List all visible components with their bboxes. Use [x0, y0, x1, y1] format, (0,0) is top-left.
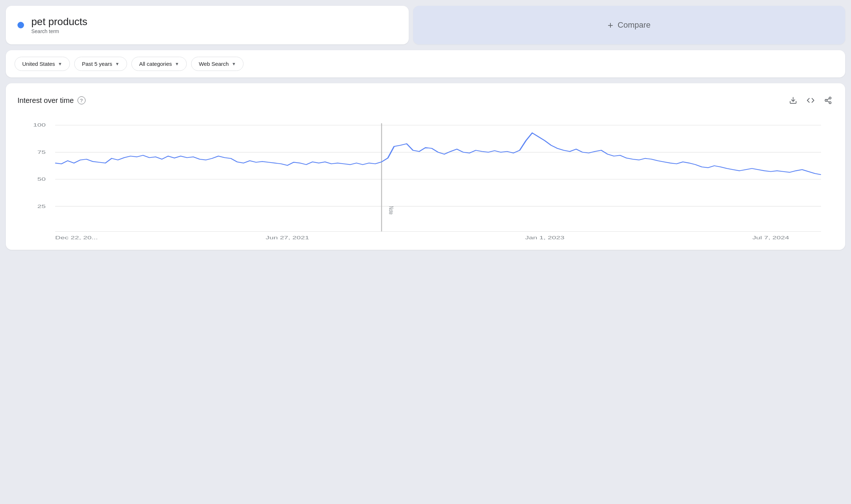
- region-filter-label: United States: [22, 61, 55, 67]
- share-icon: [824, 96, 832, 104]
- chart-title-group: Interest over time ?: [17, 96, 86, 105]
- search-term-type: Search term: [31, 28, 87, 34]
- search-term-dot: [17, 22, 24, 28]
- filters-card: United States ▼ Past 5 years ▼ All categ…: [6, 50, 845, 77]
- category-filter-button[interactable]: All categories ▼: [131, 57, 187, 71]
- help-icon[interactable]: ?: [78, 96, 86, 104]
- y-label-75: 75: [37, 149, 46, 155]
- y-label-50: 50: [37, 176, 46, 182]
- chart-card: Interest over time ?: [6, 83, 845, 250]
- compare-label: Compare: [618, 20, 650, 30]
- time-chevron-icon: ▼: [115, 61, 119, 67]
- note-label: Note: [388, 206, 395, 214]
- region-chevron-icon: ▼: [58, 61, 62, 67]
- x-label-2023: Jan 1, 2023: [525, 235, 565, 240]
- search-type-filter-button[interactable]: Web Search ▼: [191, 57, 244, 71]
- chart-title: Interest over time: [17, 96, 74, 105]
- embed-icon: [807, 96, 815, 104]
- x-label-start: Dec 22, 20...: [55, 235, 98, 240]
- y-label-100: 100: [33, 123, 46, 128]
- chart-line-right: [381, 133, 821, 175]
- top-section: pet products Search term + Compare: [6, 6, 845, 44]
- search-term-name: pet products: [31, 16, 87, 28]
- y-label-25: 25: [37, 204, 46, 209]
- x-label-2021: Jun 27, 2021: [266, 235, 309, 240]
- category-chevron-icon: ▼: [175, 61, 179, 67]
- chart-actions: [788, 95, 834, 106]
- search-term-text: pet products Search term: [31, 16, 87, 34]
- search-type-chevron-icon: ▼: [231, 61, 236, 67]
- download-icon: [789, 96, 797, 104]
- time-filter-label: Past 5 years: [82, 61, 112, 67]
- compare-plus-icon: +: [608, 20, 613, 31]
- search-term-card: pet products Search term: [6, 6, 409, 44]
- region-filter-button[interactable]: United States ▼: [15, 57, 70, 71]
- chart-area: 100 75 50 25 Note Dec 22, 20... Jun 27, …: [17, 117, 834, 241]
- time-filter-button[interactable]: Past 5 years ▼: [74, 57, 127, 71]
- chart-line: [55, 155, 381, 165]
- download-button[interactable]: [788, 95, 799, 106]
- embed-button[interactable]: [805, 95, 816, 106]
- search-type-filter-label: Web Search: [199, 61, 229, 67]
- chart-svg: 100 75 50 25 Note Dec 22, 20... Jun 27, …: [17, 117, 834, 241]
- x-label-2024: Jul 7, 2024: [752, 235, 789, 240]
- category-filter-label: All categories: [139, 61, 172, 67]
- svg-line-5: [827, 99, 829, 100]
- share-button[interactable]: [823, 95, 834, 106]
- compare-card[interactable]: + Compare: [413, 6, 845, 44]
- chart-header: Interest over time ?: [17, 95, 834, 106]
- svg-line-4: [827, 101, 829, 102]
